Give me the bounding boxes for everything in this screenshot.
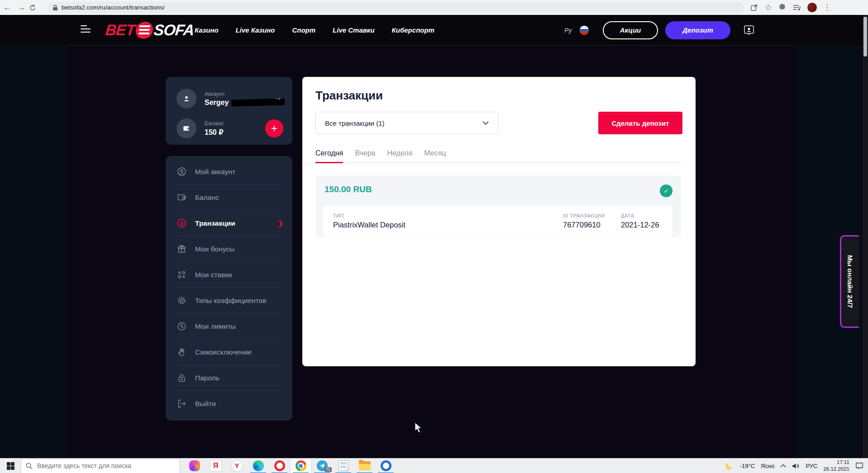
browser-reload-icon[interactable] [29,4,43,11]
weather-temp[interactable]: -19°C [740,463,755,469]
volume-icon[interactable] [792,463,800,469]
nav-esports[interactable]: Киберспорт [392,26,434,34]
taskbar-search-input[interactable] [37,462,168,469]
sidebar-item-password[interactable]: Пароль [166,365,292,391]
profile-account-icon[interactable] [743,24,755,36]
sidebar-item-my-account[interactable]: Мой аккаунт [166,159,292,184]
sidebar-item-transactions[interactable]: $ Транзакции ❯ [166,210,292,236]
make-deposit-button[interactable]: Сделать депозит [598,112,682,134]
sidebar-item-self-exclusion[interactable]: Самоисключение [166,339,292,365]
taskbar-app-gem[interactable] [184,459,205,473]
tab-week[interactable]: Неделя [387,149,413,162]
tray-clock[interactable]: 17:11 26.12.2021 [823,459,849,473]
page-scrollbar[interactable] [863,15,868,458]
nav-live-casino[interactable]: Live Казино [236,26,275,34]
sidebar-item-my-limits[interactable]: Мои лимиты [166,313,292,339]
taskbar-app-yandex[interactable]: Я [205,459,226,473]
hamburger-menu-icon[interactable] [81,25,91,33]
taskbar-app-edge[interactable] [248,459,269,473]
extensions-puzzle-icon[interactable] [778,4,786,11]
sidebar-item-label: Мои лимиты [195,322,236,331]
sidebar-menu: Мой аккаунт Баланс $ Транзакции ❯ Мои бо… [166,156,292,421]
tab-month[interactable]: Месяц [424,149,446,162]
taskbar-app-telegram[interactable]: 71 [311,459,333,473]
browser-back-icon[interactable]: ← [0,3,14,12]
sidebar-item-my-bets[interactable]: Мои ставки [166,262,292,288]
transactions-filter-select[interactable]: Все транзакции (1) [315,112,498,134]
period-tabs: Сегодня Вчера Неделя Месяц [315,149,681,163]
lock-icon [52,5,58,11]
sidebar-item-label: Баланс [195,194,219,202]
sidebar-item-odds-types[interactable]: Типы коэффициентов [166,288,292,313]
nav-live-bets[interactable]: Live Ставки [333,26,375,34]
transaction-row: ТИП PiastrixWallet Deposit ID ТРАНЗАКЦИИ… [323,206,672,236]
gem-app-icon [189,460,200,471]
gauge-icon [176,321,187,331]
sidebar-item-label: Транзакции [195,219,235,227]
account-row[interactable]: Аккаунт Sergey → [176,89,281,109]
browser-profile-avatar[interactable] [807,3,817,12]
nav-casino[interactable]: Казино [195,26,219,34]
lock-icon [176,373,187,383]
address-bar[interactable]: betsofa2.com/ru/account/transactions/ [47,2,744,13]
balance-label: Баланс [205,120,224,127]
taskbar-app-oring[interactable] [375,459,396,473]
taskbar-pinned-apps: Я Y 71 [184,459,396,473]
browser-menu-icon[interactable]: ⋮ [823,3,831,12]
promos-button[interactable]: Акции [603,21,658,39]
wallet-icon [176,192,187,203]
live-chat-label: Мы онлайн 24/7 [846,255,854,308]
playlist-icon[interactable] [792,4,801,11]
weather-moon-icon[interactable] [725,461,734,470]
taskbar-app-yandex-browser[interactable]: Y [226,459,248,473]
notification-center-icon[interactable] [855,462,863,470]
keyboard-language[interactable]: РУС [806,463,817,469]
telegram-badge: 71 [324,467,332,472]
balance-value: 150 ₽ [205,128,224,137]
live-chat-tab[interactable]: Мы онлайн 24/7 [840,235,859,328]
file-explorer-icon [359,461,371,470]
hand-stop-icon [176,347,187,357]
date-label: ДАТА [621,213,663,218]
search-icon [26,463,33,469]
scrollbar-thumb[interactable] [863,17,867,57]
sidebar-item-logout[interactable]: Выйти [166,391,292,416]
logo-disc-icon [135,22,154,39]
share-icon[interactable] [750,4,758,11]
taskbar-app-notepad[interactable] [333,459,354,473]
taskbar-search[interactable] [21,459,180,473]
chevron-down-icon [482,121,489,125]
bookmark-star-icon[interactable]: ☆ [764,2,772,13]
tab-today[interactable]: Сегодня [315,149,343,162]
edge-icon [253,460,264,471]
weather-desc[interactable]: Ясно [761,463,774,469]
left-gutter [0,45,68,458]
gift-icon [176,244,187,254]
windows-taskbar: Я Y 71 -19°C Ясно РУС 17:11 2 [0,458,868,473]
bets-xo-icon [176,270,187,280]
language-switcher[interactable]: Ру [564,27,572,34]
taskbar-app-chrome[interactable] [290,459,311,473]
start-button[interactable] [0,459,21,473]
sidebar-item-bonuses[interactable]: Мои бонусы [166,236,292,262]
balance-row: Баланс 150 ₽ + [176,118,281,138]
sidebar-item-label: Мой аккаунт [195,168,235,176]
notepad-icon [339,460,348,471]
header-deposit-button[interactable]: Депозит [665,21,730,39]
sidebar-item-balance[interactable]: Баланс [166,184,292,210]
tray-expand-icon[interactable] [780,464,786,468]
tab-yesterday[interactable]: Вчера [355,149,375,162]
taskbar-app-explorer[interactable] [354,459,375,473]
blue-ring-app-icon [381,460,391,471]
betsofa-logo[interactable]: BET SOFA [105,21,195,39]
add-funds-button[interactable]: + [265,119,283,137]
taskbar-app-opera[interactable] [269,459,290,473]
russian-flag-icon[interactable] [579,25,589,35]
account-card: Аккаунт Sergey → Баланс 150 ₽ + [166,77,292,145]
logo-bet-text: BET [105,21,136,39]
account-arrow-icon[interactable]: → [273,92,282,103]
browser-forward-icon[interactable]: → [14,3,29,12]
nav-sport[interactable]: Спорт [292,26,315,34]
windows-logo-icon [7,462,14,470]
sidebar-item-label: Мои ставки [195,271,232,279]
